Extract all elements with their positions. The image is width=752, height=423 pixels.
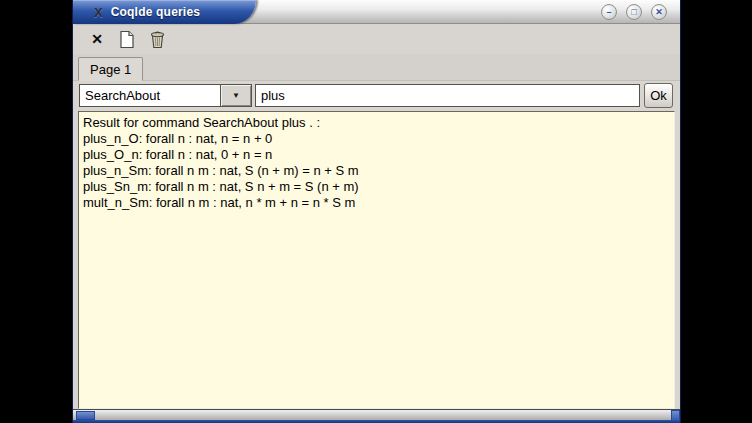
minimize-button[interactable]: – — [601, 4, 617, 20]
toolbar: ✕ — [73, 24, 680, 54]
result-line: plus_n_O: forall n : nat, n = n + 0 — [83, 131, 674, 147]
result-line: plus_O_n: forall n : nat, 0 + n = n — [83, 147, 674, 163]
query-input[interactable] — [255, 84, 640, 107]
tab-strip: Page 1 — [73, 54, 680, 81]
titlebar[interactable]: X CoqIde queries – □ ✕ — [73, 0, 680, 24]
result-header-line: Result for command SearchAbout plus . : — [83, 115, 674, 131]
result-line: plus_Sn_m: forall n m : nat, S n + m = S… — [83, 179, 674, 195]
ok-button[interactable]: Ok — [644, 83, 673, 108]
window-controls: – □ ✕ — [601, 4, 667, 20]
close-page-button[interactable]: ✕ — [84, 27, 110, 51]
tab-page-1[interactable]: Page 1 — [78, 57, 143, 81]
query-command-select[interactable]: SearchAbout ▼ — [79, 84, 252, 107]
window-bottom-border — [73, 409, 680, 423]
results-textview[interactable]: Result for command SearchAbout plus . : … — [78, 111, 675, 409]
result-line: mult_n_Sm: forall n m : nat, n * m + n =… — [83, 195, 674, 211]
close-icon: ✕ — [91, 31, 103, 47]
titlebar-caption-tab[interactable]: X CoqIde queries — [73, 0, 256, 24]
coqide-queries-window: X CoqIde queries – □ ✕ ✕ — [73, 0, 680, 423]
app-x-icon: X — [94, 6, 103, 19]
chevron-down-icon[interactable]: ▼ — [220, 85, 251, 106]
new-page-button[interactable] — [114, 27, 140, 51]
query-command-value: SearchAbout — [80, 85, 220, 106]
result-line: plus_n_Sm: forall n m : nat, S (n + m) =… — [83, 163, 674, 179]
resize-grip-left[interactable] — [76, 411, 95, 420]
tab-label: Page 1 — [90, 62, 131, 77]
maximize-button[interactable]: □ — [626, 4, 642, 20]
trash-icon — [149, 30, 166, 49]
query-bar: SearchAbout ▼ Ok — [73, 81, 680, 110]
close-button[interactable]: ✕ — [651, 4, 667, 20]
window-title: CoqIde queries — [111, 5, 200, 19]
new-page-icon — [119, 30, 135, 49]
delete-page-button[interactable] — [144, 27, 170, 51]
